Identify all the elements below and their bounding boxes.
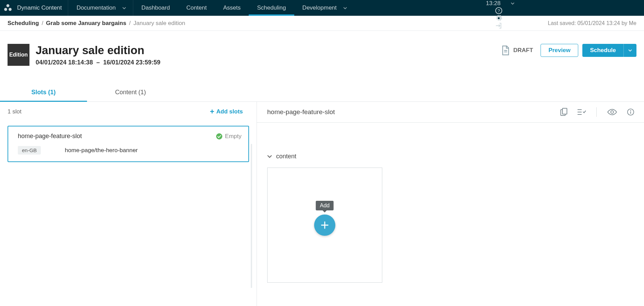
chevron-down-icon: [267, 155, 272, 158]
slot-detail-body: content Add: [257, 123, 644, 292]
edition-actions: DRAFT Preview Schedule: [501, 44, 636, 57]
nav-dashboard-label: Dashboard: [141, 4, 170, 11]
edition-title: January sale edition: [36, 44, 160, 57]
schedule-dropdown-toggle[interactable]: [623, 44, 636, 57]
nav-development[interactable]: Development: [294, 0, 354, 16]
add-slots-button[interactable]: + Add slots: [210, 108, 243, 115]
slot-detail-panel: home-page-feature-slot: [257, 102, 644, 306]
brand: Dynamic Content: [0, 0, 68, 16]
clock-time: 13:28: [486, 0, 501, 7]
nav-documentation-label: Documentation: [76, 4, 115, 11]
content-section-label: content: [276, 153, 296, 160]
section-rail: [251, 144, 252, 288]
clock-dropdown[interactable]: 13:28: [478, 0, 520, 7]
edition-status-label: DRAFT: [513, 47, 533, 54]
nav-dashboard[interactable]: Dashboard: [133, 0, 178, 16]
svg-rect-11: [630, 112, 631, 114]
edition-tabs: Slots (1) Content (1): [0, 83, 644, 102]
help-icon: ?: [495, 7, 503, 14]
svg-text:?: ?: [498, 8, 500, 13]
nav-documentation[interactable]: Documentation: [68, 0, 133, 16]
document-icon: [501, 45, 510, 56]
breadcrumb-separator: /: [129, 20, 131, 27]
brand-logo-icon: [3, 3, 12, 12]
topbar-right: 13:28 ?: [354, 0, 644, 16]
slot-detail-actions: [560, 107, 634, 117]
svg-point-1: [4, 8, 7, 11]
svg-point-10: [630, 110, 631, 111]
nav-scheduling-label: Scheduling: [257, 4, 286, 11]
svg-point-0: [7, 4, 10, 7]
nav-assets[interactable]: Assets: [215, 0, 249, 16]
svg-point-5: [498, 17, 500, 19]
nav-content-label: Content: [186, 4, 207, 11]
preview-button[interactable]: Preview: [541, 44, 578, 57]
edition-titles: January sale edition 04/01/2024 18:14:38…: [36, 44, 160, 66]
main-split: 1 slot + Add slots home-page-feature-slo…: [0, 102, 644, 306]
breadcrumb-root[interactable]: Scheduling: [8, 20, 39, 27]
add-content-button[interactable]: Add: [314, 215, 335, 236]
nav-scheduling[interactable]: Scheduling: [249, 0, 294, 16]
slot-name: home-page-feature-slot: [18, 133, 82, 140]
schedule-button-group: Schedule: [582, 44, 636, 57]
breadcrumb-event[interactable]: Grab some January bargains: [46, 20, 126, 27]
nav-assets-label: Assets: [223, 4, 240, 11]
copy-icon: [560, 108, 568, 116]
slot-detail-header: home-page-feature-slot: [257, 102, 644, 123]
info-button[interactable]: [627, 108, 634, 116]
slot-path: home-page/the-hero-banner: [65, 147, 138, 154]
edition-dates: 04/01/2024 18:14:38 – 16/01/2024 23:59:5…: [36, 59, 160, 66]
plus-icon: +: [210, 108, 214, 115]
slot-card[interactable]: home-page-feature-slot Empty en-GB home-…: [8, 126, 249, 162]
slots-panel: 1 slot + Add slots home-page-feature-slo…: [0, 102, 257, 306]
slot-locale-badge: en-GB: [18, 146, 41, 155]
edition-status: DRAFT: [501, 45, 533, 56]
edition-chip: Edition: [8, 44, 29, 66]
breadcrumb-separator: /: [42, 20, 44, 27]
svg-rect-7: [562, 108, 567, 114]
svg-point-8: [611, 111, 614, 113]
logout-button[interactable]: [491, 22, 507, 29]
edition-header: Edition January sale edition 04/01/2024 …: [0, 31, 644, 66]
svg-point-2: [9, 8, 12, 11]
content-dropzone: Add: [267, 168, 382, 283]
slots-list-header: 1 slot + Add slots: [0, 102, 257, 122]
chevron-down-icon: [628, 49, 632, 52]
content-section-toggle[interactable]: content: [267, 153, 634, 160]
logout-icon: [495, 22, 503, 29]
check-circle-icon: [216, 133, 222, 139]
gear-icon: [495, 14, 503, 22]
tab-content[interactable]: Content (1): [87, 83, 174, 101]
slot-status: Empty: [216, 133, 242, 140]
checklist-icon: [577, 109, 586, 115]
top-navbar: Dynamic Content Documentation Dashboard …: [0, 0, 644, 16]
help-button[interactable]: ?: [491, 7, 507, 14]
schedule-button[interactable]: Schedule: [582, 44, 623, 57]
brand-name: Dynamic Content: [17, 4, 62, 11]
settings-button[interactable]: [491, 14, 507, 22]
add-tooltip: Add: [316, 201, 334, 210]
nav-development-label: Development: [302, 4, 337, 11]
checklist-button[interactable]: [577, 109, 586, 115]
plus-icon: [320, 220, 330, 230]
nav-content[interactable]: Content: [178, 0, 215, 16]
visibility-button[interactable]: [607, 109, 617, 115]
slot-status-label: Empty: [225, 133, 242, 140]
chevron-down-icon: [511, 2, 515, 5]
info-icon: [627, 108, 634, 116]
last-saved-text: Last saved: 05/01/2024 13:24 by Me: [548, 20, 636, 26]
tab-slots[interactable]: Slots (1): [0, 83, 87, 101]
edition-end: 16/01/2024 23:59:59: [103, 59, 160, 66]
breadcrumb: Scheduling / Grab some January bargains …: [0, 16, 644, 31]
divider: [596, 107, 597, 117]
eye-icon: [607, 109, 617, 115]
chevron-down-icon: [122, 7, 126, 9]
chevron-down-icon: [343, 7, 347, 9]
slot-count: 1 slot: [8, 108, 22, 115]
edition-start: 04/01/2024 18:14:38: [36, 59, 93, 66]
slot-detail-title: home-page-feature-slot: [267, 108, 335, 116]
breadcrumb-current: January sale edition: [133, 20, 185, 27]
edition-date-sep: –: [96, 59, 100, 66]
copy-button[interactable]: [560, 108, 568, 116]
add-slots-label: Add slots: [216, 108, 243, 115]
